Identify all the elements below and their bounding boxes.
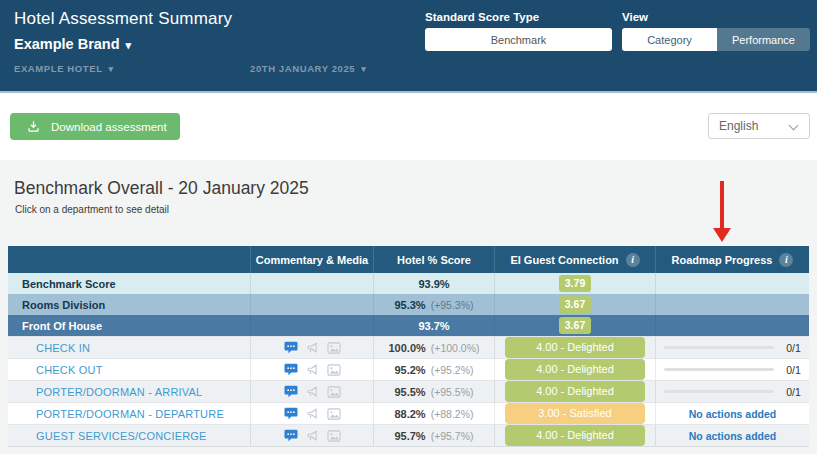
- commentary-cell: [251, 294, 374, 315]
- ei-score-badge: 4.00 - Delighted: [505, 425, 645, 445]
- commentary-cell: [251, 337, 374, 358]
- ei-score-badge: 3.67: [559, 317, 591, 334]
- table-row-department[interactable]: CHECK OUT95.2%(+95.2%)4.00 - Delighted0/…: [8, 358, 809, 380]
- hotel-score: 93.7%: [418, 320, 449, 332]
- image-icon[interactable]: [327, 430, 341, 442]
- department-link[interactable]: CHECK IN: [36, 342, 90, 354]
- date-selector[interactable]: 20TH JANUARY 2025: [250, 63, 366, 74]
- image-icon[interactable]: [327, 386, 341, 398]
- view-category-button[interactable]: Category: [622, 28, 717, 51]
- column-header-commentary: Commentary & Media: [251, 246, 374, 273]
- roadmap-cell: 0/1: [656, 381, 809, 402]
- section-title: Benchmark Overall - 20 January 2025: [14, 178, 309, 199]
- ei-score-badge: 4.00 - Delighted: [505, 337, 645, 357]
- ei-cell: 3.67: [495, 315, 656, 336]
- score-cell: 95.2%(+95.2%): [374, 359, 495, 380]
- megaphone-icon[interactable]: [306, 363, 319, 376]
- department-link[interactable]: GUEST SERVICES/CONCIERGE: [36, 430, 207, 442]
- brand-label: Example Brand: [14, 36, 120, 52]
- score-type-value: Benchmark: [491, 34, 547, 46]
- hotel-score: 88.2%: [394, 408, 425, 420]
- info-icon[interactable]: [779, 253, 793, 267]
- hotel-score: 95.3%: [394, 299, 425, 311]
- comment-icon[interactable]: [284, 363, 298, 376]
- commentary-cell: [251, 273, 374, 294]
- chevron-down-icon: [355, 63, 366, 74]
- hotel-selector[interactable]: EXAMPLE HOTEL: [14, 63, 114, 74]
- hotel-assessment-page: Hotel Assessment Summary Example Brand E…: [0, 0, 817, 454]
- hotel-score: 95.2%: [394, 364, 425, 376]
- megaphone-icon[interactable]: [306, 385, 319, 398]
- arrow-head: [713, 228, 731, 242]
- roadmap-progress-label: 0/1: [786, 364, 801, 376]
- table-row-summary[interactable]: Front Of House93.7%3.67: [8, 315, 809, 336]
- table-row-department[interactable]: PORTER/DOORMAN - ARRIVAL95.5%(+95.5%)4.0…: [8, 380, 809, 402]
- table-row-department[interactable]: CHECK IN100.0%(+100.0%)4.00 - Delighted0…: [8, 336, 809, 358]
- chevron-down-icon: [103, 63, 114, 74]
- row-label-cell: Rooms Division: [8, 294, 251, 315]
- row-label-cell: Benchmark Score: [8, 273, 251, 294]
- table-row-summary[interactable]: Rooms Division95.3%(+95.3%)3.67: [8, 294, 809, 315]
- view-performance-button[interactable]: Performance: [717, 28, 810, 51]
- comment-icon[interactable]: [284, 385, 298, 398]
- roadmap-cell: [656, 294, 809, 315]
- score-type-select[interactable]: Benchmark: [425, 28, 612, 51]
- ei-score-badge: 3.79: [559, 275, 591, 292]
- table-row-department[interactable]: GUEST SERVICES/CONCIERGE95.7%(+95.7%)4.0…: [8, 424, 809, 446]
- score-cell: 95.5%(+95.5%): [374, 381, 495, 402]
- comment-icon[interactable]: [284, 407, 298, 420]
- score-cell: 93.7%: [374, 315, 495, 336]
- language-value: English: [719, 119, 758, 133]
- image-icon[interactable]: [327, 408, 341, 420]
- roadmap-progress-label: 0/1: [786, 386, 801, 398]
- hotel-score: 100.0%: [388, 342, 425, 354]
- commentary-cell: [251, 359, 374, 380]
- section-subtitle: Click on a department to see detail: [15, 204, 169, 215]
- score-delta: (+88.2%): [431, 408, 474, 420]
- department-link[interactable]: PORTER/DOORMAN - DEPARTURE: [36, 408, 224, 420]
- assessment-table: Commentary & Media Hotel % Score EI Gues…: [8, 246, 809, 447]
- image-icon[interactable]: [327, 342, 341, 354]
- comment-icon[interactable]: [284, 429, 298, 442]
- column-header-hotel-score: Hotel % Score: [374, 246, 495, 273]
- image-icon[interactable]: [327, 364, 341, 376]
- roadmap-progress-bar: [664, 368, 774, 371]
- table-row-department[interactable]: PORTER/DOORMAN - DEPARTURE88.2%(+88.2%)3…: [8, 402, 809, 424]
- hotel-score: 95.5%: [394, 386, 425, 398]
- score-delta: (+95.7%): [431, 430, 474, 442]
- row-label: Front Of House: [22, 320, 102, 332]
- roadmap-cell: [656, 273, 809, 294]
- view-toggle: Category Performance: [622, 28, 810, 51]
- comment-icon[interactable]: [284, 341, 298, 354]
- chevron-down-icon: [790, 122, 799, 131]
- row-label-cell: CHECK IN: [8, 337, 251, 358]
- department-link[interactable]: PORTER/DOORMAN - ARRIVAL: [36, 386, 202, 398]
- ei-score-badge: 4.00 - Delighted: [505, 381, 645, 401]
- score-delta: (+100.0%): [431, 342, 480, 354]
- score-delta: (+95.3%): [431, 299, 474, 311]
- language-select[interactable]: English: [708, 113, 810, 139]
- info-icon[interactable]: [626, 253, 640, 267]
- no-actions-link[interactable]: No actions added: [689, 430, 777, 442]
- megaphone-icon[interactable]: [306, 429, 319, 442]
- table-body: Benchmark Score93.9%3.79Rooms Division95…: [8, 273, 809, 446]
- no-actions-link[interactable]: No actions added: [689, 408, 777, 420]
- megaphone-icon[interactable]: [306, 341, 319, 354]
- hotel-score: 95.7%: [394, 430, 425, 442]
- row-label: Rooms Division: [22, 299, 105, 311]
- row-label-cell: GUEST SERVICES/CONCIERGE: [8, 425, 251, 446]
- commentary-cell: [251, 403, 374, 424]
- roadmap-cell: No actions added: [656, 425, 809, 446]
- ei-cell: 4.00 - Delighted: [495, 337, 656, 358]
- roadmap-progress-label: 0/1: [786, 342, 801, 354]
- commentary-cell: [251, 425, 374, 446]
- column-header-ei-guest-connection: EI Guest Connection: [495, 246, 656, 273]
- ei-score-badge: 3.67: [559, 296, 591, 313]
- brand-selector[interactable]: Example Brand: [14, 36, 131, 52]
- megaphone-icon[interactable]: [306, 407, 319, 420]
- ei-score-badge: 4.00 - Delighted: [505, 359, 645, 379]
- download-assessment-button[interactable]: Download assessment: [10, 113, 180, 140]
- score-type-label: Standard Score Type: [425, 11, 539, 23]
- page-title: Hotel Assessment Summary: [14, 9, 232, 29]
- department-link[interactable]: CHECK OUT: [36, 364, 103, 376]
